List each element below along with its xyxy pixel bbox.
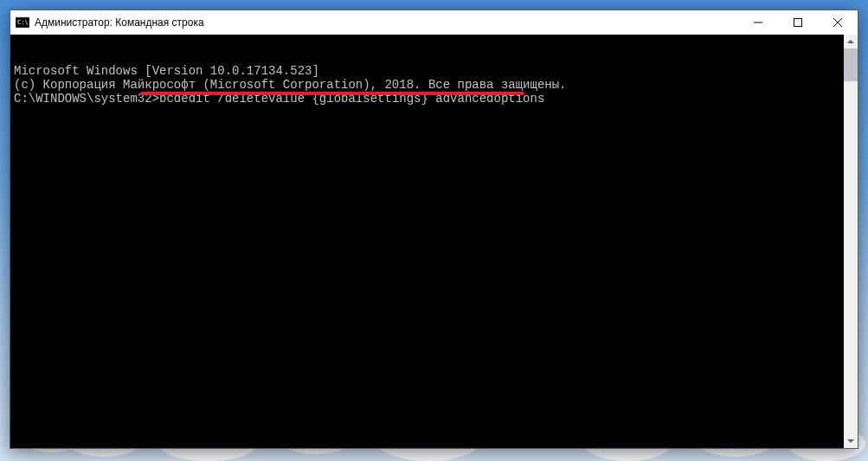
scrollbar-thumb[interactable]	[844, 48, 858, 81]
svg-rect-3	[794, 19, 802, 27]
cmd-icon: C:\	[16, 16, 29, 29]
svg-text:C:\: C:\	[17, 19, 29, 26]
window-controls	[738, 10, 858, 35]
command-prompt-window: C:\ Администратор: Командная строка Micr…	[10, 10, 858, 449]
scrollbar-down-arrow[interactable]	[844, 434, 858, 448]
vertical-scrollbar[interactable]	[844, 35, 858, 448]
close-button[interactable]	[818, 10, 858, 35]
terminal-content[interactable]: Microsoft Windows [Version 10.0.17134.52…	[10, 35, 844, 448]
svg-marker-7	[847, 439, 854, 443]
minimize-button[interactable]	[738, 10, 778, 35]
svg-marker-6	[847, 40, 854, 43]
titlebar[interactable]: C:\ Администратор: Командная строка	[10, 10, 858, 35]
terminal-output-line: Microsoft Windows [Version 10.0.17134.52…	[14, 64, 840, 78]
maximize-button[interactable]	[778, 10, 818, 35]
scrollbar-up-arrow[interactable]	[844, 35, 858, 48]
window-title: Администратор: Командная строка	[35, 16, 738, 29]
terminal-output-line: (c) Корпорация Майкрософт (Microsoft Cor…	[14, 78, 840, 92]
terminal-prompt: C:\WINDOWS\system32>	[14, 92, 159, 106]
scrollbar-track[interactable]	[844, 48, 858, 434]
terminal-area: Microsoft Windows [Version 10.0.17134.52…	[10, 35, 858, 448]
annotation-underline	[140, 92, 524, 95]
